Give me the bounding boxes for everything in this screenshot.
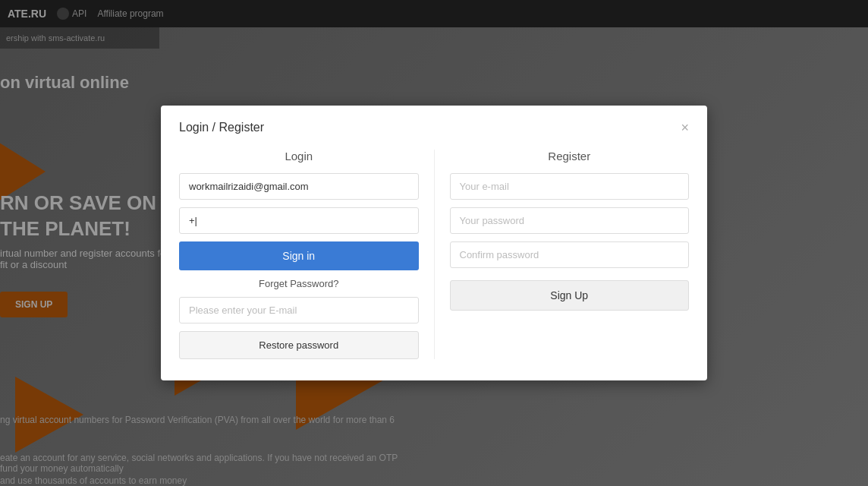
register-column: Register Sign Up: [450, 150, 690, 359]
register-column-title: Register: [450, 150, 690, 163]
login-column-title: Login: [179, 150, 419, 163]
login-password-input[interactable]: [179, 207, 419, 234]
signup-button[interactable]: Sign Up: [450, 280, 690, 311]
restore-email-input[interactable]: [179, 297, 419, 323]
modal-header: Login / Register ×: [179, 121, 689, 134]
login-column: Login Sign in Forget Password? Restore p…: [179, 150, 419, 359]
register-confirm-input[interactable]: [450, 241, 690, 268]
modal-title: Login / Register: [179, 121, 264, 134]
register-email-input[interactable]: [450, 173, 690, 200]
register-password-input[interactable]: [450, 207, 690, 234]
forget-password-link[interactable]: Forget Password?: [179, 278, 419, 289]
modal-close-button[interactable]: ×: [681, 121, 689, 134]
restore-password-button[interactable]: Restore password: [179, 331, 419, 359]
signin-button[interactable]: Sign in: [179, 241, 419, 270]
column-divider: [434, 150, 435, 359]
login-register-modal: Login / Register × Login Sign in Forget …: [161, 106, 707, 380]
login-email-input[interactable]: [179, 173, 419, 200]
modal-body: Login Sign in Forget Password? Restore p…: [179, 150, 689, 359]
